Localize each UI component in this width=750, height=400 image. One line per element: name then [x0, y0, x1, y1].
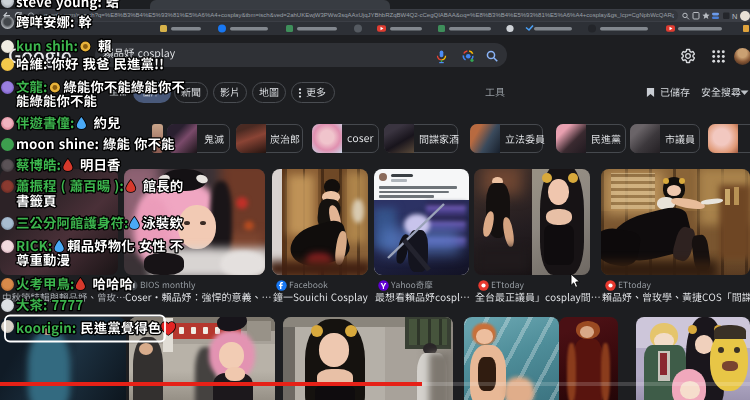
svg-text:N: N — [732, 12, 737, 21]
